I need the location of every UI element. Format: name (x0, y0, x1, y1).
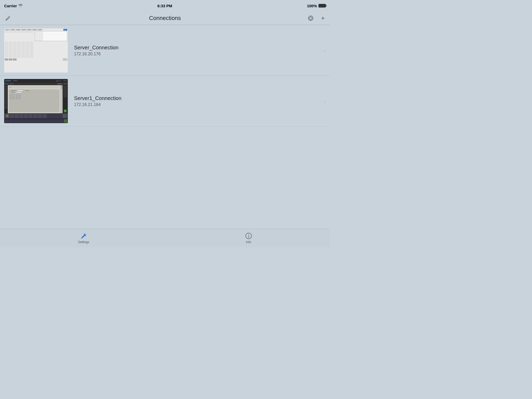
thumb-row: 172.16.20.1 | 5123.40 | 512345.2 172.16.… (5, 31, 67, 41)
svg-point-1 (309, 17, 312, 19)
info-tab-label: Info (246, 240, 251, 244)
nav-left (4, 14, 25, 22)
settings-tab-label: Settings (78, 240, 89, 244)
thumb-row (5, 42, 67, 43)
chevron-right-icon-1: › (324, 48, 326, 54)
edit-icon (5, 15, 11, 21)
info-circle-icon (245, 232, 252, 239)
tab-info[interactable]: Info (235, 230, 262, 246)
tab-bar: Settings Info (0, 229, 330, 247)
hmi-scrollbar (61, 85, 63, 113)
connection-name-1: Server_Connection (74, 45, 326, 51)
nav-bar: Connections + (0, 11, 330, 25)
page-title: Connections (25, 15, 305, 22)
chevron-right-icon-2: › (324, 98, 326, 104)
status-time: 6:33 PM (157, 4, 172, 8)
status-battery-area: 100% (307, 4, 326, 8)
connections-list: IN_1 IN_200 IN_201 IN_202 IN_203 IN_204 … (0, 25, 330, 229)
plus-icon: + (321, 15, 325, 22)
connection-info-1: Server_Connection 172.16.20.176 (74, 45, 326, 56)
thumb-bottom-row (5, 58, 67, 61)
status-bar: Carrier 6:33 PM 100% (0, 0, 330, 11)
connection-info-2: Server1_Connection 172.16.21.164 (74, 95, 326, 107)
thumb-row (5, 54, 67, 56)
carrier-label: Carrier (4, 4, 17, 8)
connection-ip-2: 172.16.21.164 (74, 102, 326, 107)
target-icon (308, 15, 314, 21)
thumb-row (5, 47, 67, 49)
hmi-time: START | 4.2 (56, 80, 62, 82)
status-carrier: Carrier (4, 4, 23, 8)
svg-point-7 (248, 234, 249, 235)
connection-name-2: Server1_Connection (74, 95, 326, 101)
target-button[interactable] (307, 14, 315, 22)
edit-button[interactable] (4, 14, 12, 22)
thumb-row (5, 52, 67, 54)
nav-right: + (305, 14, 326, 23)
battery-percent: 100% (307, 4, 317, 8)
wifi-icon (18, 4, 23, 8)
thumb-row (5, 43, 67, 45)
connection-ip-1: 172.16.20.176 (74, 52, 326, 56)
connection-thumbnail-1: IN_1 IN_200 IN_201 IN_202 IN_203 IN_204 … (4, 28, 68, 72)
battery-icon (318, 4, 326, 8)
tab-settings[interactable]: Settings (68, 230, 99, 246)
hmi-brand: SIEMENS (5, 80, 11, 82)
wrench-icon (80, 232, 87, 239)
add-button[interactable]: + (320, 14, 326, 23)
connection-item[interactable]: IN_1 IN_200 IN_201 IN_202 IN_203 IN_204 … (0, 25, 330, 76)
thumb-row (5, 56, 67, 58)
connection-thumbnail-2: SIEMENS SINUMERIK START | 4.2 12:20 PM M… (4, 79, 68, 123)
connection-item-2[interactable]: SIEMENS SINUMERIK START | 4.2 12:20 PM M… (0, 76, 330, 127)
thumb-row (5, 49, 67, 50)
thumb-row (5, 51, 67, 52)
thumb-row (5, 45, 67, 47)
